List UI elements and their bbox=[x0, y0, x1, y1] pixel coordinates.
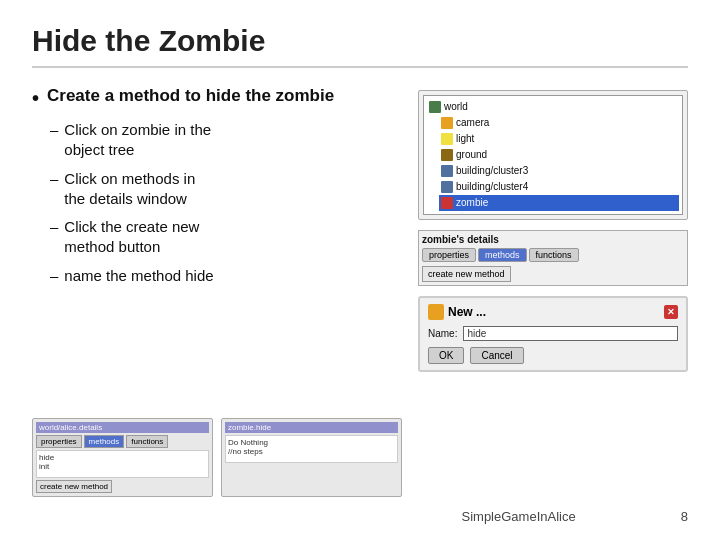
bottom-ss-right-title: zombie.hide bbox=[225, 422, 398, 433]
tree-label-zombie: zombie bbox=[456, 196, 488, 210]
details-tab-functions[interactable]: functions bbox=[529, 248, 579, 262]
dash-icon-2: – bbox=[50, 169, 58, 189]
dialog-buttons: OK Cancel bbox=[428, 347, 678, 364]
dialog-ok-button[interactable]: OK bbox=[428, 347, 464, 364]
sub-bullet-1: – Click on zombie in theobject tree bbox=[50, 120, 402, 161]
sub-bullet-text-3: Click the create newmethod button bbox=[64, 217, 199, 258]
right-panel: world camera light ground bbox=[418, 86, 688, 497]
bottom-ss-left-tabs: properties methods functions bbox=[36, 435, 209, 448]
tree-label-building4: building/cluster4 bbox=[456, 180, 528, 194]
bottom-ss-tab-fns[interactable]: functions bbox=[126, 435, 168, 448]
bottom-ss-right-line-2: //no steps bbox=[228, 447, 395, 456]
bottom-ss-left-title: world/alice.details bbox=[36, 422, 209, 433]
bottom-ss-line-2: init bbox=[39, 462, 206, 471]
bottom-ss-right-line-1: Do Nothing bbox=[228, 438, 395, 447]
tree-item-building3[interactable]: building/cluster3 bbox=[439, 163, 679, 179]
tree-item-zombie[interactable]: zombie bbox=[439, 195, 679, 211]
new-method-dialog: New ... ✕ Name: hide OK Cancel bbox=[418, 296, 688, 372]
tree-item-light[interactable]: light bbox=[439, 131, 679, 147]
footer: SimpleGameInAlice 8 bbox=[32, 505, 688, 524]
bottom-ss-tab-methods[interactable]: methods bbox=[84, 435, 125, 448]
tree-item-building4[interactable]: building/cluster4 bbox=[439, 179, 679, 195]
details-create-btn[interactable]: create new method bbox=[422, 266, 511, 282]
sub-bullet-4: – name the method hide bbox=[50, 266, 402, 286]
object-tree-screenshot: world camera light ground bbox=[418, 90, 688, 220]
dash-icon-4: – bbox=[50, 266, 58, 286]
tree-label-camera: camera bbox=[456, 116, 489, 130]
bottom-screenshots: world/alice.details properties methods f… bbox=[32, 402, 402, 497]
sub-bullet-text-2: Click on methods inthe details window bbox=[64, 169, 195, 210]
tree-item-ground[interactable]: ground bbox=[439, 147, 679, 163]
bottom-ss-left-content: hide init bbox=[36, 450, 209, 478]
tree-label-building3: building/cluster3 bbox=[456, 164, 528, 178]
tree-label-light: light bbox=[456, 132, 474, 146]
details-panel-screenshot: zombie's details properties methods func… bbox=[418, 230, 688, 286]
footer-center: SimpleGameInAlice bbox=[356, 509, 680, 524]
camera-icon bbox=[441, 117, 453, 129]
dialog-titlebar: New ... ✕ bbox=[428, 304, 678, 320]
object-tree: world camera light ground bbox=[423, 95, 683, 215]
dash-icon-1: – bbox=[50, 120, 58, 140]
dialog-close-button[interactable]: ✕ bbox=[664, 305, 678, 319]
light-icon bbox=[441, 133, 453, 145]
bottom-ss-tab-props[interactable]: properties bbox=[36, 435, 82, 448]
bottom-ss-right: zombie.hide Do Nothing //no steps bbox=[221, 418, 402, 497]
dialog-name-input[interactable]: hide bbox=[463, 326, 678, 341]
tree-label-world: world bbox=[444, 100, 468, 114]
tree-label-ground: ground bbox=[456, 148, 487, 162]
dialog-title-label: New ... bbox=[448, 305, 486, 319]
dialog-name-label: Name: bbox=[428, 328, 457, 339]
slide: Hide the Zombie • Create a method to hid… bbox=[0, 0, 720, 540]
dash-icon-3: – bbox=[50, 217, 58, 237]
bottom-ss-right-content: Do Nothing //no steps bbox=[225, 435, 398, 463]
building4-icon bbox=[441, 181, 453, 193]
title-area: Hide the Zombie bbox=[32, 24, 688, 68]
sub-bullet-2: – Click on methods inthe details window bbox=[50, 169, 402, 210]
left-panel: • Create a method to hide the zombie – C… bbox=[32, 86, 402, 497]
new-icon bbox=[428, 304, 444, 320]
building3-icon bbox=[441, 165, 453, 177]
footer-page: 8 bbox=[681, 509, 688, 524]
sub-bullets-list: – Click on zombie in theobject tree – Cl… bbox=[50, 120, 402, 286]
details-tab-properties[interactable]: properties bbox=[422, 248, 476, 262]
ground-icon bbox=[441, 149, 453, 161]
bottom-ss-left: world/alice.details properties methods f… bbox=[32, 418, 213, 497]
dialog-cancel-button[interactable]: Cancel bbox=[470, 347, 523, 364]
world-icon bbox=[429, 101, 441, 113]
dialog-title-text: New ... bbox=[428, 304, 486, 320]
sub-bullet-3: – Click the create newmethod button bbox=[50, 217, 402, 258]
bottom-ss-create-btn[interactable]: create new method bbox=[36, 480, 112, 493]
sub-bullet-text-1: Click on zombie in theobject tree bbox=[64, 120, 211, 161]
details-panel-tabs: properties methods functions bbox=[422, 248, 684, 262]
sub-bullet-text-4: name the method hide bbox=[64, 266, 213, 286]
main-bullet-text: Create a method to hide the zombie bbox=[47, 86, 334, 106]
tree-indent: camera light ground building/cluste bbox=[439, 115, 679, 211]
details-panel-title: zombie's details bbox=[422, 234, 684, 245]
main-bullet: • Create a method to hide the zombie bbox=[32, 86, 402, 110]
zombie-icon bbox=[441, 197, 453, 209]
slide-title: Hide the Zombie bbox=[32, 24, 688, 58]
details-tab-methods[interactable]: methods bbox=[478, 248, 527, 262]
tree-item-camera[interactable]: camera bbox=[439, 115, 679, 131]
bullet-dot-icon: • bbox=[32, 86, 39, 110]
dialog-name-row: Name: hide bbox=[428, 326, 678, 341]
content-area: • Create a method to hide the zombie – C… bbox=[32, 86, 688, 497]
bottom-ss-line-1: hide bbox=[39, 453, 206, 462]
tree-item-world[interactable]: world bbox=[427, 99, 679, 115]
